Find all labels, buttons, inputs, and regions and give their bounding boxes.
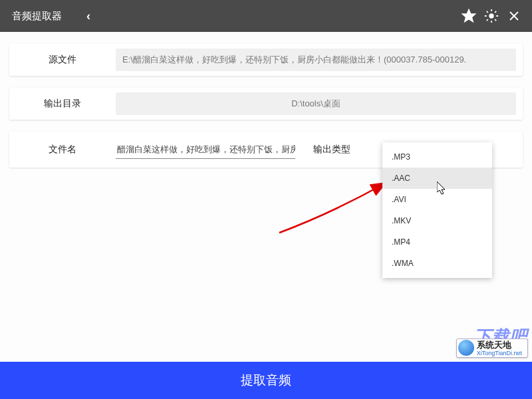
dropdown-item[interactable]: .AAC xyxy=(382,168,492,189)
watermark-url: XiTongTianDi.net xyxy=(477,350,522,356)
titlebar: 音频提取器 ‹ xyxy=(0,0,532,32)
app-title: 音频提取器 xyxy=(12,10,62,23)
dropdown-item[interactable]: .WMA xyxy=(382,253,492,274)
watermark-back-text: 下载吧 xyxy=(474,325,528,348)
svg-point-1 xyxy=(489,14,493,18)
output-dir-field[interactable]: D:\tools\桌面 xyxy=(116,92,516,115)
dropdown-item[interactable]: .AVI xyxy=(382,189,492,210)
back-button[interactable]: ‹ xyxy=(80,9,96,23)
filename-label: 文件名 xyxy=(9,144,116,156)
svg-marker-0 xyxy=(463,10,475,21)
filename-input[interactable]: 醋溜白菜这样做，好吃到爆，还特别下饭，厨房小白 xyxy=(116,141,295,159)
watermark: 下载吧 系统天地 XiTongTianDi.net xyxy=(402,325,528,358)
globe-icon xyxy=(458,340,474,356)
source-file-label: 源文件 xyxy=(9,54,116,66)
watermark-title: 系统天地 xyxy=(477,340,522,350)
output-dir-panel: 输出目录 D:\tools\桌面 xyxy=(9,88,523,120)
output-type-dropdown: .MP3.AAC.AVI.MKV.MP4.WMA xyxy=(382,142,492,278)
close-icon[interactable] xyxy=(503,5,525,27)
dropdown-item[interactable]: .MP4 xyxy=(382,231,492,253)
extract-audio-button[interactable]: 提取音频 xyxy=(0,362,532,399)
gear-icon[interactable] xyxy=(480,5,503,27)
output-dir-label: 输出目录 xyxy=(9,98,116,110)
dropdown-item[interactable]: .MKV xyxy=(382,210,492,231)
source-file-panel: 源文件 E:\醋溜白菜这样做，好吃到爆，还特别下饭，厨房小白都能做出来！(000… xyxy=(9,44,523,76)
output-type-label: 输出类型 xyxy=(295,144,368,156)
dropdown-item[interactable]: .MP3 xyxy=(382,146,492,168)
star-icon[interactable] xyxy=(458,5,480,27)
source-file-field[interactable]: E:\醋溜白菜这样做，好吃到爆，还特别下饭，厨房小白都能做出来！(000037.… xyxy=(116,49,516,71)
